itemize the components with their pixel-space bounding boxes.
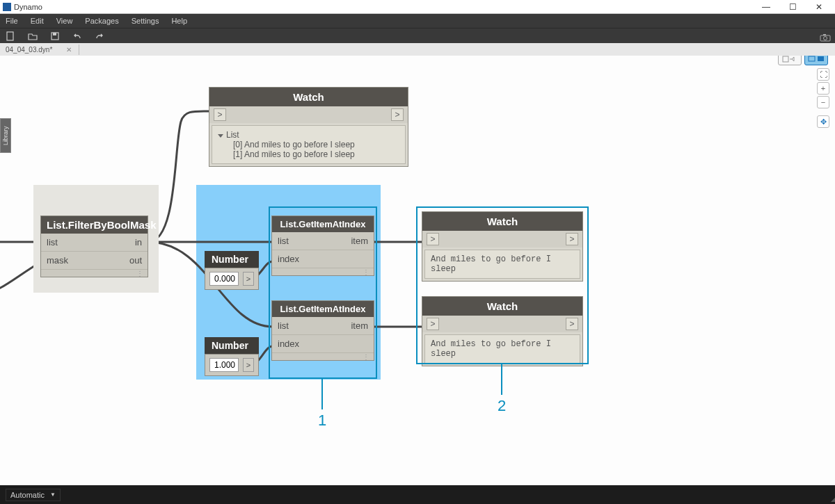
port-mask-in[interactable]: mask — [41, 255, 74, 266]
graph-view-toggle[interactable] — [804, 56, 828, 65]
save-file-icon[interactable] — [50, 31, 60, 41]
node-filter-by-boolmask[interactable]: List.FilterByBoolMask list in mask out ⋮ — [40, 216, 148, 277]
dropdown-caret-icon: ▼ — [50, 491, 56, 498]
port-in-out[interactable]: in — [129, 237, 148, 247]
watch-prev-button[interactable]: > — [427, 233, 439, 245]
node-title: Number — [205, 251, 259, 268]
node-title: Watch — [209, 88, 408, 106]
zoom-panel: ⛶ + − ✥ — [817, 68, 829, 128]
callout-number-1: 1 — [318, 412, 326, 430]
window-close-button[interactable]: ✕ — [806, 0, 832, 14]
document-tab-bar: 04_04_03.dyn* ✕ — [0, 43, 835, 56]
menu-bar: File Edit View Packages Settings Help — [0, 14, 835, 28]
tab-close-icon[interactable]: ✕ — [66, 46, 72, 54]
workspace-canvas[interactable]: Library ⛶ + − ✥ Li — [0, 56, 835, 485]
run-mode-bar: Automatic ▼ ◢ — [0, 485, 835, 504]
number-value-input[interactable]: 0.000 — [209, 272, 239, 286]
node-getitem-2[interactable]: List.GetItemAtIndex list item index ⋮ — [271, 300, 374, 361]
watch-prev-button[interactable]: > — [214, 108, 226, 121]
open-file-icon[interactable] — [28, 31, 38, 41]
node-watch-top[interactable]: Watch > > List [0] And miles to go befor… — [209, 87, 408, 167]
menu-packages[interactable]: Packages — [85, 17, 118, 25]
new-file-icon[interactable] — [6, 31, 15, 41]
undo-icon[interactable] — [72, 31, 82, 41]
document-tab[interactable]: 04_04_03.dyn* ✕ — [0, 44, 79, 55]
geometry-view-toggle[interactable] — [778, 56, 802, 65]
node-title: List.FilterByBoolMask — [41, 216, 148, 234]
node-title: List.GetItemAtIndex — [272, 216, 374, 232]
svg-rect-5 — [823, 34, 826, 35]
svg-rect-6 — [783, 56, 788, 62]
node-getitem-1[interactable]: List.GetItemAtIndex list item index ⋮ — [271, 216, 374, 276]
port-index-in[interactable]: index — [272, 254, 305, 264]
screenshot-icon[interactable] — [820, 32, 829, 40]
watch-output: List [0] And miles to go before I sleep … — [212, 125, 406, 164]
port-out-out[interactable]: out — [124, 255, 148, 266]
watch-output: And miles to go before I sleep — [424, 334, 580, 364]
node-resize-grip[interactable]: ⋮ — [41, 270, 148, 277]
toolbar — [0, 28, 835, 43]
number-output-port[interactable]: > — [243, 272, 254, 286]
view-tools — [778, 56, 828, 65]
menu-view[interactable]: View — [56, 17, 73, 25]
node-resize-grip[interactable]: ⋮ — [272, 353, 374, 360]
svg-rect-7 — [809, 56, 815, 61]
document-tab-label: 04_04_03.dyn* — [6, 46, 52, 54]
node-number-1[interactable]: Number 0.000 > — [205, 251, 259, 290]
run-mode-dropdown[interactable]: Automatic ▼ — [6, 489, 61, 501]
menu-settings[interactable]: Settings — [132, 17, 159, 25]
node-title: Watch — [422, 297, 582, 316]
redo-icon[interactable] — [95, 31, 104, 41]
port-list-in[interactable]: list — [41, 237, 63, 247]
node-watch-1[interactable]: Watch > > And miles to go before I sleep — [422, 211, 583, 282]
window-titlebar: Dynamo — ☐ ✕ — [0, 0, 835, 14]
port-list-in[interactable]: list — [272, 320, 294, 331]
zoom-out-button[interactable]: − — [817, 96, 829, 108]
node-title: Number — [205, 337, 259, 354]
zoom-in-button[interactable]: + — [817, 82, 829, 95]
menu-file[interactable]: File — [6, 17, 18, 25]
callout-number-2: 2 — [498, 397, 506, 415]
node-title: List.GetItemAtIndex — [272, 301, 374, 317]
node-title: Watch — [422, 212, 582, 231]
window-maximize-button[interactable]: ☐ — [779, 0, 806, 14]
port-index-in[interactable]: index — [272, 339, 305, 349]
svg-rect-2 — [53, 33, 56, 35]
svg-rect-8 — [818, 56, 824, 61]
expand-triangle-icon[interactable] — [218, 134, 223, 138]
window-minimize-button[interactable]: — — [753, 0, 779, 14]
watch-next-button[interactable]: > — [566, 318, 578, 330]
node-watch-2[interactable]: Watch > > And miles to go before I sleep — [422, 296, 583, 366]
zoom-fit-button[interactable]: ⛶ — [817, 68, 829, 81]
number-output-port[interactable]: > — [243, 358, 254, 372]
node-number-2[interactable]: Number 1.000 > — [205, 337, 259, 376]
port-item-out[interactable]: item — [345, 236, 374, 246]
node-resize-grip[interactable]: ⋮ — [272, 268, 374, 275]
callout-line-1 — [321, 379, 323, 409]
app-logo-icon — [3, 3, 11, 11]
library-panel-tab[interactable]: Library — [0, 118, 11, 153]
app-title: Dynamo — [14, 3, 42, 11]
port-list-in[interactable]: list — [272, 236, 294, 246]
menu-help[interactable]: Help — [171, 17, 187, 25]
watch-output: And miles to go before I sleep — [424, 250, 580, 279]
svg-rect-0 — [7, 32, 13, 40]
svg-point-4 — [824, 36, 827, 40]
watch-prev-button[interactable]: > — [427, 318, 439, 330]
menu-edit[interactable]: Edit — [31, 17, 44, 25]
watch-next-button[interactable]: > — [391, 108, 404, 121]
watch-next-button[interactable]: > — [566, 233, 578, 245]
run-mode-label: Automatic — [10, 491, 45, 499]
callout-line-2 — [501, 364, 502, 395]
window-resize-grip-icon[interactable]: ◢ — [831, 496, 834, 503]
pan-button[interactable]: ✥ — [817, 115, 829, 128]
port-item-out[interactable]: item — [345, 320, 374, 331]
number-value-input[interactable]: 1.000 — [209, 358, 239, 372]
